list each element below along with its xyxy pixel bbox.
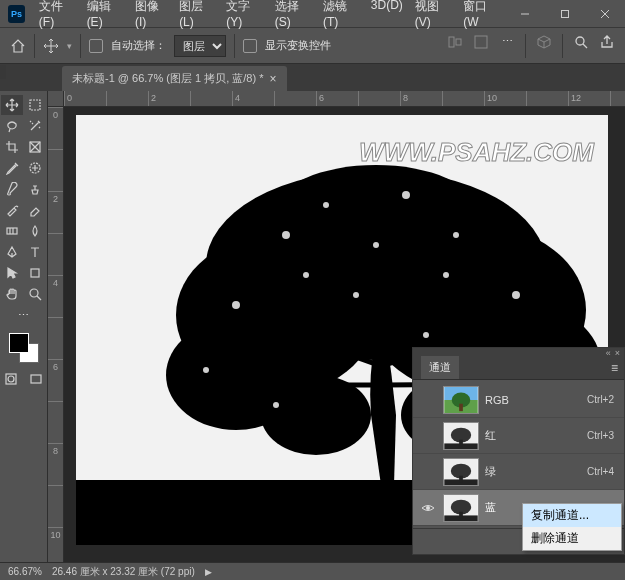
3d-mode-icon[interactable] — [536, 34, 552, 50]
svg-rect-5 — [456, 39, 461, 45]
divider — [562, 34, 563, 58]
auto-select-checkbox[interactable] — [89, 39, 103, 53]
channel-row[interactable]: 红Ctrl+3 — [413, 418, 624, 454]
spot-heal-tool[interactable] — [24, 158, 46, 178]
share-icon[interactable] — [599, 34, 615, 50]
svg-rect-9 — [30, 100, 40, 110]
menu-item[interactable]: 滤镜(T) — [317, 0, 365, 33]
collapsed-dock-handle[interactable] — [0, 65, 6, 79]
clone-stamp-tool[interactable] — [24, 179, 46, 199]
watermark-text: WWW.PSAHZ.COM — [359, 137, 594, 168]
frame-tool[interactable] — [24, 137, 46, 157]
quick-mask-tool[interactable] — [0, 369, 22, 389]
document-dimensions: 26.46 厘米 x 23.32 厘米 (72 ppi) — [52, 565, 195, 579]
more-options-icon[interactable]: ⋯ — [499, 34, 515, 50]
blur-tool[interactable] — [24, 221, 46, 241]
status-flyout-icon[interactable]: ▶ — [205, 567, 212, 577]
visibility-toggle[interactable] — [419, 501, 437, 515]
svg-point-37 — [232, 301, 240, 309]
search-icon[interactable] — [573, 34, 589, 50]
channel-row[interactable]: RGBCtrl+2 — [413, 382, 624, 418]
svg-rect-1 — [562, 10, 569, 17]
magic-wand-tool[interactable] — [24, 116, 46, 136]
channel-label: 绿 — [485, 464, 587, 479]
svg-point-45 — [373, 242, 379, 248]
menu-item[interactable]: 3D(D) — [365, 0, 409, 33]
align-icon[interactable] — [473, 34, 489, 50]
edit-toolbar[interactable]: ⋯ — [18, 305, 29, 325]
align-icon[interactable] — [447, 34, 463, 50]
hand-tool[interactable] — [1, 284, 23, 304]
shape-tool[interactable] — [24, 263, 46, 283]
brush-tool[interactable] — [1, 179, 23, 199]
crop-tool[interactable] — [1, 137, 23, 157]
svg-point-43 — [273, 402, 279, 408]
menu-item[interactable]: 文字(Y) — [220, 0, 268, 33]
channel-thumbnail — [443, 386, 479, 414]
pen-tool[interactable] — [1, 242, 23, 262]
channel-label: RGB — [485, 394, 587, 406]
auto-select-label: 自动选择： — [111, 38, 166, 53]
svg-rect-51 — [459, 403, 463, 410]
menu-item[interactable]: 文件(F) — [33, 0, 81, 33]
minimize-button[interactable] — [505, 0, 545, 27]
context-menu-item[interactable]: 复制通道... — [523, 504, 621, 527]
panel-handle[interactable]: «× — [413, 348, 624, 356]
marquee-tool[interactable] — [24, 95, 46, 115]
svg-point-35 — [402, 191, 410, 199]
show-transform-checkbox[interactable] — [243, 39, 257, 53]
channel-shortcut: Ctrl+3 — [587, 430, 614, 441]
svg-point-18 — [30, 289, 38, 297]
zoom-level[interactable]: 66.67% — [8, 566, 42, 577]
app-logo: Ps — [8, 5, 25, 23]
svg-point-34 — [323, 202, 329, 208]
show-transform-label: 显示变换控件 — [265, 38, 331, 53]
channel-label: 红 — [485, 428, 587, 443]
menu-item[interactable]: 选择(S) — [269, 0, 317, 33]
eraser-tool[interactable] — [24, 200, 46, 220]
color-swatches[interactable] — [0, 333, 47, 363]
panel-menu-icon[interactable]: ≡ — [611, 361, 618, 375]
move-tool[interactable] — [1, 95, 23, 115]
vertical-ruler: 0246810 — [48, 107, 64, 562]
channels-tab[interactable]: 通道 — [421, 356, 459, 379]
gradient-tool[interactable] — [1, 221, 23, 241]
svg-line-19 — [37, 296, 41, 300]
channel-context-menu: 复制通道...删除通道 — [522, 503, 622, 551]
move-tool-icon[interactable] — [43, 38, 59, 54]
close-window-button[interactable] — [585, 0, 625, 27]
close-tab-icon[interactable]: × — [270, 72, 277, 86]
svg-point-33 — [282, 231, 290, 239]
channel-thumbnail — [443, 458, 479, 486]
foreground-color-swatch[interactable] — [9, 333, 29, 353]
channel-row[interactable]: 绿Ctrl+4 — [413, 454, 624, 490]
divider — [234, 34, 235, 58]
svg-point-7 — [576, 37, 584, 45]
menu-item[interactable]: 视图(V) — [409, 0, 457, 33]
maximize-button[interactable] — [545, 0, 585, 27]
screen-mode-tool[interactable] — [26, 369, 48, 389]
zoom-tool[interactable] — [24, 284, 46, 304]
channel-shortcut: Ctrl+2 — [587, 394, 614, 405]
path-select-tool[interactable] — [1, 263, 23, 283]
svg-point-39 — [353, 292, 359, 298]
history-brush-tool[interactable] — [1, 200, 23, 220]
context-menu-item[interactable]: 删除通道 — [523, 527, 621, 550]
menu-item[interactable]: 编辑(E) — [81, 0, 129, 33]
menu-item[interactable]: 图像(I) — [129, 0, 173, 33]
canvas-area: 02468101214161820222426 0246810 — [48, 91, 625, 562]
lasso-tool[interactable] — [1, 116, 23, 136]
svg-point-36 — [453, 232, 459, 238]
svg-point-21 — [8, 376, 14, 382]
home-icon[interactable] — [10, 38, 26, 54]
menu-item[interactable]: 图层(L) — [173, 0, 220, 33]
titlebar: Ps 文件(F)编辑(E)图像(I)图层(L)文字(Y)选择(S)滤镜(T)3D… — [0, 0, 625, 27]
eyedropper-tool[interactable] — [1, 158, 23, 178]
document-tab[interactable]: 未标题-1 @ 66.7% (图层 1 拷贝, 蓝/8) * × — [62, 66, 287, 91]
menu-item[interactable]: 窗口(W — [457, 0, 505, 33]
divider — [34, 34, 35, 58]
text-tool[interactable] — [24, 242, 46, 262]
auto-select-target[interactable]: 图层 — [174, 35, 226, 57]
svg-rect-55 — [459, 439, 463, 446]
svg-rect-22 — [31, 375, 41, 383]
